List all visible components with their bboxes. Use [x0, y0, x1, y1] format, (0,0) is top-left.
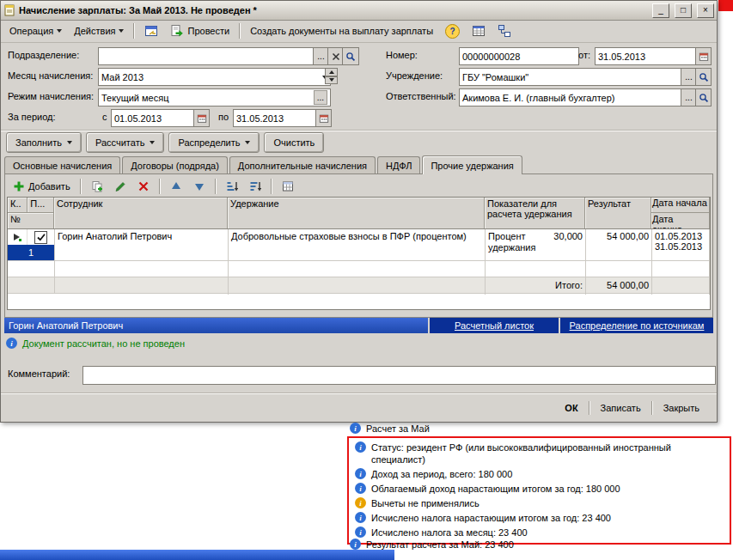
minimize-button[interactable]: _ — [652, 3, 669, 18]
calendar-icon — [699, 52, 709, 62]
edit-row-button[interactable] — [110, 178, 131, 195]
document-status-line: i Документ рассчитан, но не проведен — [6, 338, 185, 349]
info-icon: i — [350, 539, 361, 550]
period-to-calendar-button[interactable] — [315, 109, 332, 127]
responsible-label: Ответственный: — [386, 91, 456, 101]
month-label: Месяц начисления: — [8, 70, 93, 81]
report-button[interactable] — [467, 21, 491, 41]
grid-settings-button[interactable] — [278, 178, 298, 195]
add-plus-icon — [13, 180, 25, 192]
pencil-icon — [114, 180, 126, 192]
deduction-cell[interactable]: Добровольные страховые взносы в ПФР (про… — [229, 229, 486, 260]
sort-desc-button[interactable] — [245, 178, 266, 195]
distribute-button[interactable]: Распределить — [168, 132, 260, 153]
toolbar-separator — [215, 179, 217, 194]
comment-label: Комментарий: — [8, 368, 70, 379]
row-number-cell[interactable]: 1 — [8, 245, 54, 260]
spin-up-button[interactable] — [325, 68, 338, 76]
total-value: 54 000,00 — [586, 276, 652, 295]
header-p: П... — [27, 198, 54, 212]
responsible-search-button[interactable] — [695, 88, 712, 107]
tab-additional-accruals[interactable]: Дополнительные начисления — [229, 156, 376, 173]
structure-button[interactable] — [492, 21, 516, 41]
save-button[interactable]: Записать — [592, 399, 650, 417]
add-row-button[interactable]: Добавить — [9, 178, 75, 195]
message-line: i Статус: резидент РФ (или высококвалифи… — [355, 441, 724, 466]
mode-field[interactable]: Текущий месяц... — [98, 88, 331, 107]
actions-menu-button[interactable]: Действия — [69, 22, 129, 40]
message-line: i Исчислено налога нарастающим итогом за… — [355, 512, 724, 524]
period-from-calendar-button[interactable] — [193, 109, 210, 127]
delete-row-button[interactable] — [133, 178, 154, 195]
mode-ellipsis-button[interactable]: ... — [314, 90, 327, 105]
info-icon: i — [355, 483, 366, 494]
fill-button[interactable]: Заполнить — [6, 132, 82, 153]
table-settings-icon — [282, 180, 294, 192]
header-left-block: К.. П... № — [8, 198, 54, 228]
number-field[interactable]: 00000000028 — [459, 47, 579, 65]
tab-other-deductions[interactable]: Прочие удержания — [422, 155, 522, 174]
institution-search-button[interactable] — [695, 68, 712, 86]
institution-field[interactable]: ГБУ "Ромашки" — [459, 68, 687, 86]
calculate-button[interactable]: Рассчитать — [86, 132, 164, 153]
triangle-down-icon — [329, 78, 334, 82]
indicator-cell[interactable]: Процент удержания 30,000 — [486, 229, 586, 260]
move-down-button[interactable] — [189, 178, 210, 195]
month-field[interactable]: Май 2013 — [98, 68, 331, 86]
distribution-by-sources-link[interactable]: Распределение по источникам — [559, 317, 713, 333]
period-to-field[interactable]: 31.05.2013 — [233, 109, 322, 127]
responsible-field[interactable]: Акимова Е. И. (главный бухгалтер) — [459, 88, 687, 107]
related-documents-icon — [498, 24, 511, 38]
tab-contracts[interactable]: Договоры (подряда) — [122, 156, 228, 173]
result-cell[interactable]: 54 000,00 — [586, 229, 652, 260]
delete-x-icon — [137, 180, 150, 192]
row-checkbox-cell[interactable] — [27, 229, 54, 245]
clear-button[interactable]: Очистить — [264, 132, 324, 153]
report-table-icon — [472, 24, 486, 38]
search-icon — [699, 72, 709, 82]
header-result: Результат — [585, 198, 651, 228]
close-button[interactable]: × — [697, 3, 714, 18]
dates-cell[interactable]: 01.05.2013 31.05.2013 — [652, 229, 710, 260]
comment-input[interactable] — [82, 366, 716, 385]
header-date-start: Дата начала — [651, 198, 709, 213]
maximize-button[interactable]: □ — [675, 3, 692, 18]
header-k: К.. — [8, 198, 27, 212]
month-value: Май 2013 — [101, 72, 144, 82]
close-document-button[interactable]: Закрыть — [655, 399, 708, 417]
search-icon — [699, 93, 709, 103]
calc-result-line: i Результат расчета за Май: 23 400 — [350, 539, 514, 551]
message-line: i Исчислено налога за месяц: 23 400 — [355, 527, 724, 539]
post-button[interactable]: Провести — [165, 21, 235, 41]
search-icon — [345, 52, 356, 62]
open-form-button[interactable] — [139, 21, 163, 41]
tab-main-accruals[interactable]: Основные начисления — [4, 156, 120, 173]
department-search-button[interactable] — [342, 47, 359, 65]
help-button[interactable]: ? — [440, 21, 465, 42]
window-title: Начисление зарплаты: За Май 2013. Не про… — [19, 5, 647, 15]
period-from-field[interactable]: 01.05.2013 — [111, 109, 200, 127]
message-text: Облагаемый доход нарастающим итогом за г… — [371, 483, 724, 495]
deductions-table: К.. П... № Сотрудник Удержание Показател… — [7, 197, 711, 310]
create-payment-docs-button[interactable]: Создать документы на выплату зарплаты — [245, 22, 438, 40]
department-field[interactable] — [98, 47, 320, 65]
employee-cell[interactable]: Горин Анатолий Петрович — [55, 229, 229, 260]
header-dates: Дата начала Дата оконча... — [651, 198, 710, 228]
copy-row-button[interactable] — [87, 178, 107, 195]
sort-asc-button[interactable] — [222, 178, 242, 195]
tab-ndfl[interactable]: НДФЛ — [377, 156, 420, 173]
calc-header-text: Расчет за Май — [366, 423, 430, 435]
add-row-label: Добавить — [28, 181, 70, 192]
operation-menu-button[interactable]: Операция — [4, 22, 67, 40]
info-icon: i — [355, 527, 366, 538]
spin-down-button[interactable] — [325, 76, 338, 85]
document-date-calendar-button[interactable] — [695, 47, 712, 65]
table-row[interactable]: 1 Горин Анатолий Петрович Добровольные с… — [8, 229, 710, 261]
ok-button[interactable]: ОК — [556, 399, 586, 417]
move-up-button[interactable] — [166, 178, 186, 195]
status-text: Документ рассчитан, но не проведен — [22, 338, 185, 349]
document-date-field[interactable]: 31.05.2013 — [595, 47, 702, 65]
calc-header-line: i Расчет за Май — [350, 423, 430, 435]
date-end-value: 31.05.2013 — [655, 241, 706, 252]
payslip-link[interactable]: Расчетный листок — [428, 317, 559, 333]
